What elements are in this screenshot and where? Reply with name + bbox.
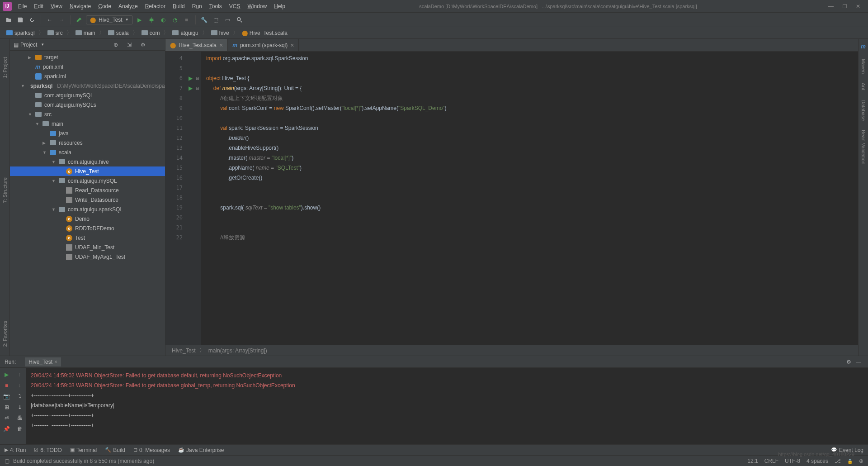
menu-navigate[interactable]: Navigate: [66, 1, 94, 11]
gear-icon[interactable]: ⚙: [844, 357, 854, 367]
minimize-icon[interactable]: —: [827, 3, 835, 10]
rail-ant[interactable]: Ant: [861, 83, 866, 90]
crumb-hive[interactable]: hive: [209, 29, 231, 37]
tree-java[interactable]: java: [10, 128, 165, 138]
tree-write-ds[interactable]: Write_Datasource: [10, 195, 165, 204]
bb-messages[interactable]: ⊟ 0: Messages: [133, 447, 170, 453]
hide-icon[interactable]: —: [854, 357, 863, 367]
menu-file[interactable]: File: [14, 1, 30, 11]
tree-scala[interactable]: ▼scala: [10, 147, 165, 157]
status-box-icon[interactable]: ▢: [5, 458, 9, 464]
maximize-icon[interactable]: ☐: [841, 3, 848, 10]
project-tree[interactable]: ▶target mpom.xml spark.iml ▼sparksqlD:\M…: [10, 51, 165, 356]
sdk-icon[interactable]: ▭: [223, 15, 233, 25]
hammer-icon[interactable]: [74, 15, 84, 25]
status-encoding[interactable]: UTF-8: [785, 458, 800, 464]
bb-terminal[interactable]: ▣ Terminal: [70, 447, 97, 453]
tree-pom[interactable]: mpom.xml: [10, 62, 165, 71]
close-icon[interactable]: ✕: [854, 3, 862, 10]
wrench-icon[interactable]: 🔧: [199, 15, 209, 25]
rail-database[interactable]: Database: [861, 100, 866, 121]
pin-icon[interactable]: 📌: [3, 426, 10, 432]
down-icon[interactable]: ↓: [19, 382, 21, 389]
layout-icon[interactable]: ⊞: [5, 404, 9, 410]
crumb-scala[interactable]: scala: [106, 29, 131, 37]
crumb-src[interactable]: src: [46, 29, 65, 37]
crumb-file[interactable]: ⬤Hive_Test.scala: [240, 29, 289, 37]
maven-icon[interactable]: m: [861, 43, 866, 50]
status-crlf[interactable]: CRLF: [764, 458, 778, 464]
close-icon[interactable]: ×: [219, 42, 223, 49]
wrap-icon[interactable]: ⤵: [19, 393, 21, 399]
coverage-icon[interactable]: ◐: [158, 15, 168, 25]
tree-pkg-hive[interactable]: ▼com.atguigu.hive: [10, 157, 165, 166]
collapse-icon[interactable]: ⇲: [124, 40, 134, 50]
exit-icon[interactable]: ⏎: [5, 415, 9, 421]
lock-icon[interactable]: [847, 458, 853, 464]
tree-pkg-mysql2[interactable]: ▼com.atguigu.mySQL: [10, 176, 165, 185]
rail-project[interactable]: 1: Project: [2, 57, 8, 78]
back-icon[interactable]: ←: [45, 15, 55, 25]
gear-icon[interactable]: ⚙: [138, 40, 148, 50]
open-icon[interactable]: [4, 15, 14, 25]
tree-sparkiml[interactable]: spark.iml: [10, 71, 165, 81]
fold-gutter[interactable]: ⊟⊟: [194, 52, 201, 345]
bb-todo[interactable]: ☑ 6: TODO: [34, 447, 62, 453]
print-icon[interactable]: 🖶: [17, 415, 23, 421]
run-tab[interactable]: Hive_Test×: [25, 357, 61, 366]
menu-refactor[interactable]: Refactor: [142, 1, 169, 11]
tree-sparksql[interactable]: ▼sparksqlD:\MyWork\WorkSpaceIDEA\scalaDe…: [10, 81, 165, 90]
tree-rdd[interactable]: oRDDToDFDemo: [10, 223, 165, 233]
tree-udaf-avg[interactable]: UDAF_MyAvg1_Test: [10, 252, 165, 262]
debug-icon[interactable]: [146, 15, 156, 25]
stop-icon[interactable]: ■: [5, 382, 8, 389]
code-content[interactable]: import org.apache.spark.sql.SparkSession…: [201, 52, 858, 345]
menu-build[interactable]: Build: [169, 1, 189, 11]
rerun-icon[interactable]: ▶: [5, 371, 9, 378]
menu-tools[interactable]: Tools: [206, 1, 226, 11]
console-output[interactable]: 20/04/24 14:59:02 WARN ObjectStore: Fail…: [26, 368, 868, 444]
tree-main[interactable]: ▼main: [10, 119, 165, 128]
tab-pom[interactable]: mpom.xml (spark-sql)×: [228, 39, 299, 51]
tree-udaf-min[interactable]: UDAF_Min_Test: [10, 243, 165, 252]
menu-run[interactable]: Run: [189, 1, 206, 11]
menu-view[interactable]: View: [47, 1, 66, 11]
run-gutter[interactable]: ▶▶: [186, 52, 194, 345]
tree-src[interactable]: ▼src: [10, 109, 165, 119]
hide-icon[interactable]: —: [151, 40, 161, 50]
tree-read-ds[interactable]: Read_Datasource: [10, 185, 165, 195]
crumb-sparksql[interactable]: sparksql: [5, 29, 37, 37]
trash-icon[interactable]: 🗑: [17, 426, 23, 432]
tree-target[interactable]: ▶target: [10, 52, 165, 62]
rail-bean[interactable]: Bean Validation: [861, 130, 866, 164]
crumb-atguigu[interactable]: atguigu: [170, 29, 200, 37]
menu-analyze[interactable]: Analyze: [115, 1, 142, 11]
profile-icon[interactable]: ◔: [170, 15, 180, 25]
status-indent[interactable]: 4 spaces: [807, 458, 828, 464]
tree-demo[interactable]: oDemo: [10, 214, 165, 223]
camera-icon[interactable]: 📷: [3, 393, 10, 399]
editor-body[interactable]: 45678910111213141516171819202122 ▶▶ ⊟⊟ i…: [165, 52, 858, 345]
tab-hive-test[interactable]: ⬤Hive_Test.scala×: [165, 39, 228, 51]
tree-pkg-mysql[interactable]: com.atguigu.mySQL: [10, 90, 165, 100]
rail-favorites[interactable]: 2: Favorites: [2, 321, 8, 347]
forward-icon[interactable]: →: [57, 15, 66, 25]
menu-help[interactable]: Help: [270, 1, 289, 11]
close-icon[interactable]: ×: [290, 42, 294, 49]
tree-pkg-sparksql[interactable]: ▼com.atguigu.sparkSQL: [10, 204, 165, 214]
sync-icon[interactable]: [27, 15, 37, 25]
search-icon[interactable]: [235, 15, 245, 25]
bb-javaee[interactable]: ☕ Java Enterprise: [178, 447, 224, 453]
tree-test[interactable]: oTest: [10, 233, 165, 243]
menu-code[interactable]: Code: [94, 1, 115, 11]
rail-maven[interactable]: Maven: [861, 59, 866, 74]
tree-hive-test[interactable]: oHive_Test: [10, 166, 165, 176]
rail-structure[interactable]: 7: Structure: [2, 177, 8, 203]
status-pos[interactable]: 12:1: [747, 458, 758, 464]
git-icon[interactable]: ⎇: [835, 458, 841, 464]
stop-icon[interactable]: ■: [182, 15, 192, 25]
tree-pkg-mysqls[interactable]: com.atguigu.mySQLs: [10, 100, 165, 109]
up-icon[interactable]: ↑: [19, 371, 21, 378]
menu-window[interactable]: Window: [244, 1, 270, 11]
bb-build[interactable]: 🔨 Build: [105, 447, 125, 453]
